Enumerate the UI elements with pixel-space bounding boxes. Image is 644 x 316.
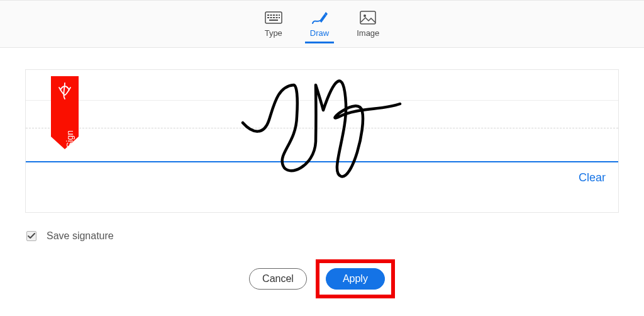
pen-draw-icon (311, 8, 328, 27)
highlight-apply: Apply (316, 259, 395, 298)
svg-rect-11 (269, 20, 278, 21)
apply-button[interactable]: Apply (326, 268, 385, 290)
tab-draw[interactable]: Draw (305, 8, 334, 43)
signature-guidelines (26, 100, 618, 162)
guideline-dashed (26, 128, 618, 128)
svg-rect-5 (279, 14, 280, 16)
dialog-buttons: Cancel Apply (0, 259, 644, 298)
tab-draw-label: Draw (310, 28, 329, 38)
tabs-container: Type Draw Image (260, 8, 385, 43)
tab-type-label: Type (265, 28, 282, 38)
signature-canvas-card: Sign Clear (25, 69, 619, 213)
sign-bookmark[interactable]: Sign (51, 76, 79, 150)
signature-area: Sign Clear (0, 48, 644, 213)
svg-rect-3 (273, 14, 275, 16)
svg-point-13 (364, 14, 366, 17)
svg-rect-2 (270, 14, 272, 16)
svg-rect-6 (267, 17, 269, 18)
guideline-top (26, 100, 618, 101)
svg-rect-9 (275, 17, 277, 18)
svg-rect-7 (270, 17, 272, 18)
signature-baseline (26, 161, 618, 162)
keyboard-icon (265, 8, 282, 27)
save-signature-label: Save signature (47, 230, 114, 242)
svg-rect-1 (267, 14, 269, 16)
tab-bar: Type Draw Image (0, 0, 644, 48)
svg-rect-10 (279, 17, 280, 18)
svg-rect-12 (360, 11, 375, 24)
svg-rect-4 (275, 14, 277, 16)
save-signature-row: Save signature (0, 213, 644, 242)
cancel-button[interactable]: Cancel (249, 268, 307, 290)
clear-button[interactable]: Clear (579, 171, 606, 184)
save-signature-checkbox[interactable] (26, 231, 36, 241)
bookmark-label: Sign (65, 130, 75, 148)
image-icon (360, 8, 376, 27)
svg-rect-8 (273, 17, 275, 18)
tab-image[interactable]: Image (352, 8, 384, 43)
tab-image-label: Image (357, 28, 379, 38)
tab-type[interactable]: Type (260, 8, 287, 43)
